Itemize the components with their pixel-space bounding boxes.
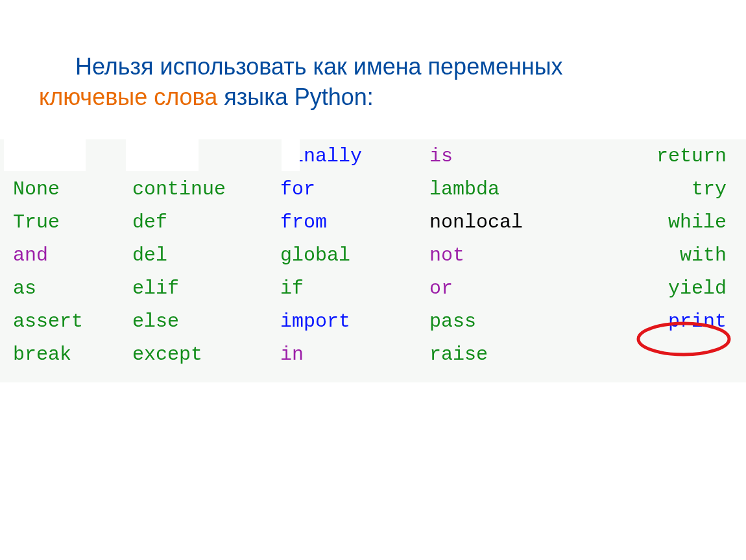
code-row: False class finally is return — [0, 139, 746, 172]
keyword-cell: if — [279, 279, 428, 298]
keyword-cell: yield — [577, 279, 746, 298]
whitespace-artifact — [4, 139, 86, 171]
heading-line-1: Нельзя использовать как имена переменных — [75, 53, 563, 80]
heading-keywords: ключевые слова — [39, 84, 217, 110]
keyword-cell: lambda — [428, 180, 577, 199]
keyword-cell: as — [0, 279, 130, 298]
code-row: as elif if or yield — [0, 272, 746, 305]
keyword-cell: del — [130, 246, 279, 265]
keyword-cell: else — [130, 312, 279, 331]
code-row: break except in raise — [0, 338, 746, 371]
keyword-cell: and — [0, 246, 130, 265]
keywords-code-block: False class finally is return None conti… — [0, 139, 746, 382]
keyword-cell: is — [428, 146, 577, 166]
heading: Нельзя использовать как имена переменных… — [39, 52, 707, 113]
keyword-cell: with — [577, 246, 746, 265]
code-row: None continue for lambda try — [0, 172, 746, 205]
keyword-cell: True — [0, 213, 130, 232]
keyword-cell: not — [428, 246, 577, 265]
keyword-cell: return — [577, 146, 746, 166]
keyword-cell: in — [279, 345, 428, 364]
keyword-cell: or — [428, 279, 577, 298]
keyword-cell: try — [577, 180, 746, 199]
keyword-cell: while — [577, 213, 746, 232]
keyword-cell: finally — [279, 146, 428, 166]
code-row: and del global not with — [0, 239, 746, 272]
code-row: True def from nonlocal while — [0, 205, 746, 239]
keyword-cell: import — [279, 312, 428, 331]
keyword-cell: def — [130, 213, 279, 232]
keyword-cell: continue — [130, 180, 279, 199]
whitespace-artifact — [282, 139, 300, 171]
keyword-cell: break — [0, 345, 130, 364]
keyword-cell: for — [279, 180, 428, 199]
keyword-cell: from — [279, 213, 428, 232]
keyword-cell: elif — [130, 279, 279, 298]
whitespace-artifact — [126, 139, 199, 171]
keyword-cell: global — [279, 246, 428, 265]
keyword-cell: print — [577, 312, 746, 331]
code-row: assert else import pass print — [0, 305, 746, 338]
slide: { "heading": { "line1_prefix": "Нельзя и… — [0, 0, 746, 560]
keyword-cell: raise — [428, 345, 577, 364]
keyword-cell: None — [0, 180, 130, 199]
keyword-cell: assert — [0, 312, 130, 331]
keyword-cell: pass — [428, 312, 577, 331]
heading-rest: языка Python: — [217, 84, 374, 110]
keyword-cell: nonlocal — [428, 213, 577, 232]
keyword-cell: except — [130, 345, 279, 364]
